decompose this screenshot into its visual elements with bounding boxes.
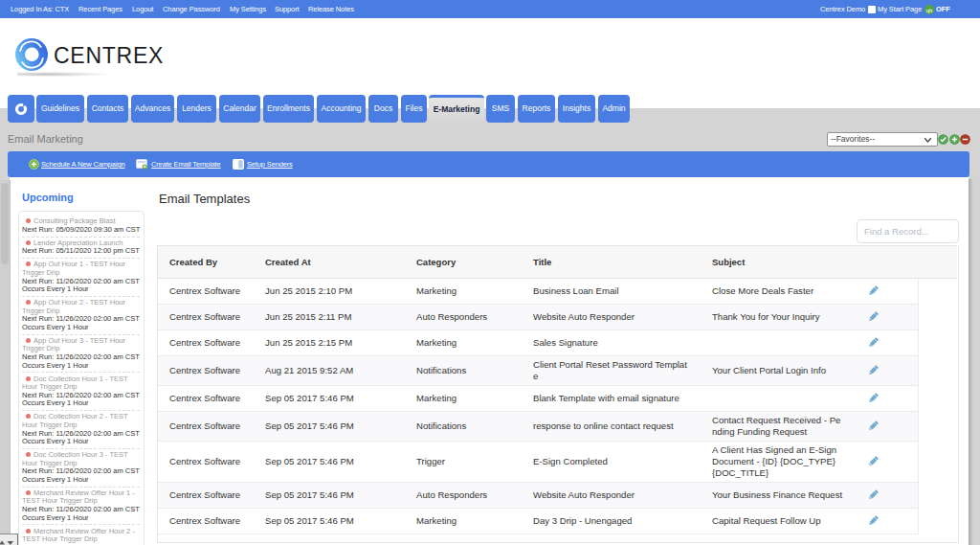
svg-text:qb: qb [926, 8, 933, 13]
